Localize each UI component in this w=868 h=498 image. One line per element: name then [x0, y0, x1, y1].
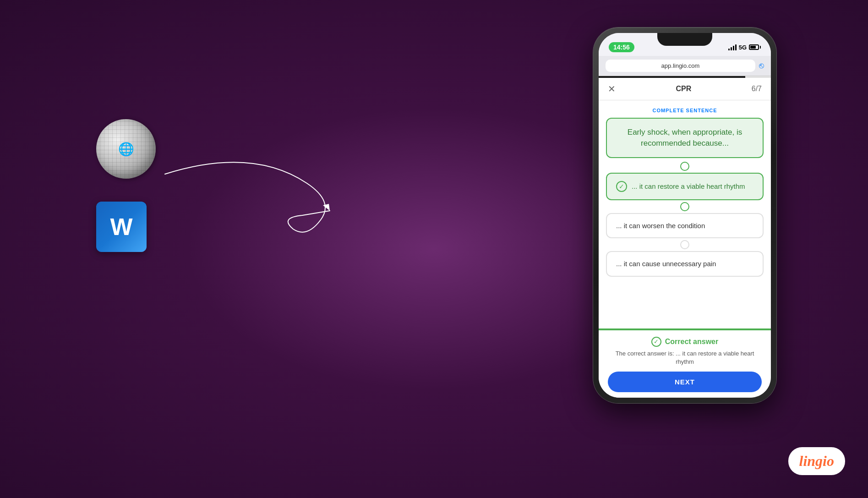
lingio-logo: lingio — [788, 447, 845, 475]
answer-text-2: ... it can worsen the condition — [616, 221, 705, 230]
signal-bar-2 — [731, 47, 732, 50]
phone-notch — [657, 33, 712, 46]
close-button[interactable]: ✕ — [608, 83, 616, 94]
status-time: 14:56 — [609, 42, 634, 52]
result-header: ✓ Correct answer — [608, 337, 762, 347]
next-button[interactable]: NEXT — [608, 372, 762, 392]
answer-text-1: ... it can restore a viable heart rhythm — [632, 182, 745, 191]
phone-frame: 14:56 5G — [593, 27, 776, 403]
answer-option-2[interactable]: ... it can worsen the condition — [606, 213, 764, 239]
result-description: The correct answer is: ... it can restor… — [608, 350, 762, 366]
signal-bars — [728, 44, 737, 50]
connector-circle-1 — [680, 162, 689, 171]
connector-1 — [599, 162, 771, 171]
signal-type: 5G — [739, 44, 747, 51]
result-check-icon: ✓ — [651, 337, 661, 347]
signal-bar-3 — [733, 46, 734, 50]
wikipedia-icon: 🌐 — [96, 119, 156, 179]
quiz-header: ✕ CPR 6/7 — [599, 78, 771, 100]
battery-tip — [760, 46, 761, 49]
phone-mockup: 14:56 5G — [593, 27, 776, 403]
battery-icon — [749, 44, 761, 50]
answer-check-icon: ✓ — [616, 181, 627, 192]
connector-3 — [599, 240, 771, 249]
share-button[interactable]: ⎋ — [759, 61, 764, 71]
signal-bar-4 — [735, 44, 737, 50]
browser-url: app.lingio.com — [606, 60, 755, 72]
arrow-decoration — [160, 137, 353, 243]
section-label: COMPLETE SENTENCE — [599, 100, 771, 118]
lingio-text: lingio — [799, 453, 834, 470]
connector-2 — [599, 202, 771, 211]
battery-body — [749, 44, 759, 50]
quiz-title: CPR — [676, 85, 691, 93]
word-icon: W — [96, 202, 147, 252]
result-bar: ✓ Correct answer The correct answer is: … — [599, 328, 771, 398]
connector-circle-2 — [680, 202, 689, 211]
result-label: Correct answer — [665, 338, 719, 346]
answer-option-1[interactable]: ✓ ... it can restore a viable heart rhyt… — [606, 173, 764, 200]
status-right: 5G — [728, 44, 761, 51]
svg-marker-0 — [323, 204, 330, 211]
sentence-text: Early shock, when appropriate, is recomm… — [628, 128, 742, 148]
quiz-content: COMPLETE SENTENCE Early shock, when appr… — [599, 100, 771, 328]
signal-bar-1 — [728, 49, 730, 50]
sentence-box: Early shock, when appropriate, is recomm… — [606, 118, 764, 158]
word-letter: W — [110, 213, 132, 241]
quiz-progress: 6/7 — [752, 85, 762, 93]
browser-bar: app.lingio.com ⎋ — [599, 56, 771, 76]
answer-option-3[interactable]: ... it can cause unnecessary pain — [606, 251, 764, 277]
connector-circle-3 — [680, 240, 689, 249]
battery-fill — [750, 46, 756, 49]
phone-screen: 14:56 5G — [599, 33, 771, 398]
answer-text-3: ... it can cause unnecessary pain — [616, 259, 716, 268]
